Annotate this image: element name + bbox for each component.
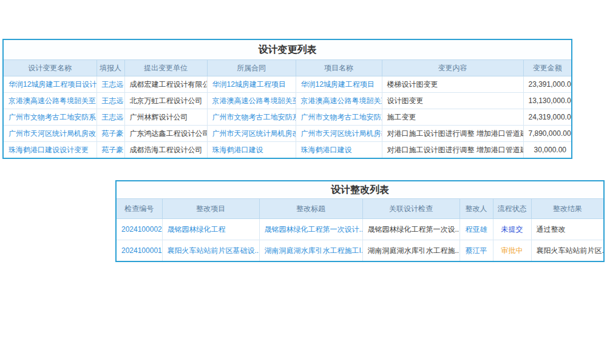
proposing-unit-cell: 广州林辉设计公司 — [124, 109, 207, 126]
design-rectify-list-title: 设计整改列表 — [117, 181, 603, 198]
contract-link[interactable]: 珠海鹤港口建设 — [207, 142, 296, 158]
col-header-rectify-title: 整改标题 — [259, 199, 362, 219]
col-header-change-name: 设计变更名称 — [4, 60, 97, 76]
rectify-person-link[interactable]: 蔡江平 — [459, 240, 493, 261]
change-name-link[interactable]: 珠海鹤港口建设设计变更 — [4, 142, 97, 158]
change-amount-cell: 24,319,000.00 — [523, 109, 571, 126]
change-content-cell: 楼梯设计图变更 — [382, 76, 523, 93]
change-amount-cell: 30,000.00 — [523, 142, 571, 158]
table-header-row: 设计变更名称 填报人 提出变更单位 所属合同 项目名称 变更内容 变更金额 — [4, 60, 571, 76]
check-no-link[interactable]: 2024100002 — [117, 219, 162, 240]
col-header-project-name: 项目名称 — [296, 60, 382, 76]
flow-status-badge: 未提交 — [493, 219, 531, 240]
change-name-link[interactable]: 京港澳高速公路粤境韶关至... — [4, 93, 97, 109]
proposing-unit-cell: 成都浩海工程设计公司 — [124, 142, 207, 158]
change-content-cell: 对港口施工设计图进行调整 增加港口管道建设工程 — [382, 126, 523, 142]
design-change-list-panel: 设计变更列表 设计变更名称 填报人 提出变更单位 所属合同 项目名称 变更内容 … — [2, 39, 572, 159]
related-check-cell: 晟铭园林绿化工程第一次设... — [362, 219, 459, 240]
table-row: 京港澳高速公路粤境韶关至... 王志远 北京万虹工程设计公司 京港澳高速公路粤境… — [4, 93, 571, 109]
change-name-link[interactable]: 广州市文物考古工地安防系... — [4, 109, 97, 126]
design-rectify-list-panel: 设计整改列表 检查编号 整改项目 整改标题 关联设计检查 整改人 流程状态 整改… — [115, 180, 605, 262]
proposing-unit-cell: 广东鸿达鑫工程设计公司 — [124, 126, 207, 142]
change-content-cell: 设计图变更 — [382, 93, 523, 109]
col-header-change-content: 变更内容 — [382, 60, 523, 76]
rectify-result-cell: 襄阳火车站站前片区... — [531, 240, 603, 261]
rectify-project-link[interactable]: 晟铭园林绿化工程 — [162, 219, 259, 240]
col-header-change-amount: 变更金额 — [523, 60, 571, 76]
table-row: 珠海鹤港口建设设计变更 苑子豪 成都浩海工程设计公司 珠海鹤港口建设 珠海鹤港口… — [4, 142, 571, 158]
flow-status-badge: 审批中 — [493, 240, 531, 261]
reporter-link[interactable]: 王志远 — [97, 109, 124, 126]
table-row: 华润12城房建工程项目设计... 王志远 成都宏建工程设计有限公司 华润12城房… — [4, 76, 571, 93]
contract-link[interactable]: 华润12城房建工程项目 — [207, 76, 296, 93]
reporter-link[interactable]: 王志远 — [97, 76, 124, 93]
check-no-link[interactable]: 2024100001 — [117, 240, 162, 261]
rectify-result-cell: 通过整改 — [531, 219, 603, 240]
project-name-link[interactable]: 广州市天河区统计局机房改... — [296, 126, 382, 142]
change-amount-cell: 13,130,000.00 — [523, 93, 571, 109]
design-change-table: 设计变更名称 填报人 提出变更单位 所属合同 项目名称 变更内容 变更金额 华润… — [4, 59, 571, 158]
col-header-related-check: 关联设计检查 — [362, 199, 459, 219]
table-header-row: 检查编号 整改项目 整改标题 关联设计检查 整改人 流程状态 整改结果 — [117, 199, 603, 219]
project-name-link[interactable]: 珠海鹤港口建设 — [296, 142, 382, 158]
col-header-rectify-person: 整改人 — [459, 199, 493, 219]
design-rectify-table: 检查编号 整改项目 整改标题 关联设计检查 整改人 流程状态 整改结果 2024… — [117, 198, 603, 261]
project-name-link[interactable]: 华润12城房建工程项目 — [296, 76, 382, 93]
proposing-unit-cell: 成都宏建工程设计有限公司 — [124, 76, 207, 93]
table-row: 广州市天河区统计局机房改... 苑子豪 广东鸿达鑫工程设计公司 广州市天河区统计… — [4, 126, 571, 142]
change-content-cell: 对港口施工设计图进行调整 增加港口管道建设工程 — [382, 142, 523, 158]
rectify-person-link[interactable]: 程亚雄 — [459, 219, 493, 240]
contract-link[interactable]: 广州市文物考古工地安防系... — [207, 109, 296, 126]
col-header-rectify-result: 整改结果 — [531, 199, 603, 219]
col-header-rectify-project: 整改项目 — [162, 199, 259, 219]
table-row: 2024100001 襄阳火车站站前片区基础设... 湖南洞庭湖水库引水工程施工… — [117, 240, 603, 261]
change-name-link[interactable]: 广州市天河区统计局机房改... — [4, 126, 97, 142]
design-change-list-title: 设计变更列表 — [4, 40, 571, 59]
reporter-link[interactable]: 苑子豪 — [97, 142, 124, 158]
col-header-proposing-unit: 提出变更单位 — [124, 60, 207, 76]
col-header-contract: 所属合同 — [207, 60, 296, 76]
col-header-reporter: 填报人 — [97, 60, 124, 76]
project-name-link[interactable]: 京港澳高速公路粤境韶关至... — [296, 93, 382, 109]
contract-link[interactable]: 广州市天河区统计局机房改... — [207, 126, 296, 142]
contract-link[interactable]: 京港澳高速公路粤境韶关至... — [207, 93, 296, 109]
rectify-title-link[interactable]: 晟铭园林绿化工程第一次设计... — [259, 219, 362, 240]
table-row: 2024100002 晟铭园林绿化工程 晟铭园林绿化工程第一次设计... 晟铭园… — [117, 219, 603, 240]
change-amount-cell: 23,391,000.00 — [523, 76, 571, 93]
project-name-link[interactable]: 广州市文物考古工地安防系... — [296, 109, 382, 126]
change-amount-cell: 7,890,000.00 — [523, 126, 571, 142]
rectify-title-link[interactable]: 湖南洞庭湖水库引水工程施工I... — [259, 240, 362, 261]
table-row: 广州市文物考古工地安防系... 王志远 广州林辉设计公司 广州市文物考古工地安防… — [4, 109, 571, 126]
col-header-check-no: 检查编号 — [117, 199, 162, 219]
change-content-cell: 施工变更 — [382, 109, 523, 126]
reporter-link[interactable]: 王志远 — [97, 93, 124, 109]
col-header-flow-status: 流程状态 — [493, 199, 531, 219]
related-check-cell: 湖南洞庭湖水库引水工程施... — [362, 240, 459, 261]
rectify-project-link[interactable]: 襄阳火车站站前片区基础设... — [162, 240, 259, 261]
proposing-unit-cell: 北京万虹工程设计公司 — [124, 93, 207, 109]
reporter-link[interactable]: 苑子豪 — [97, 126, 124, 142]
change-name-link[interactable]: 华润12城房建工程项目设计... — [4, 76, 97, 93]
